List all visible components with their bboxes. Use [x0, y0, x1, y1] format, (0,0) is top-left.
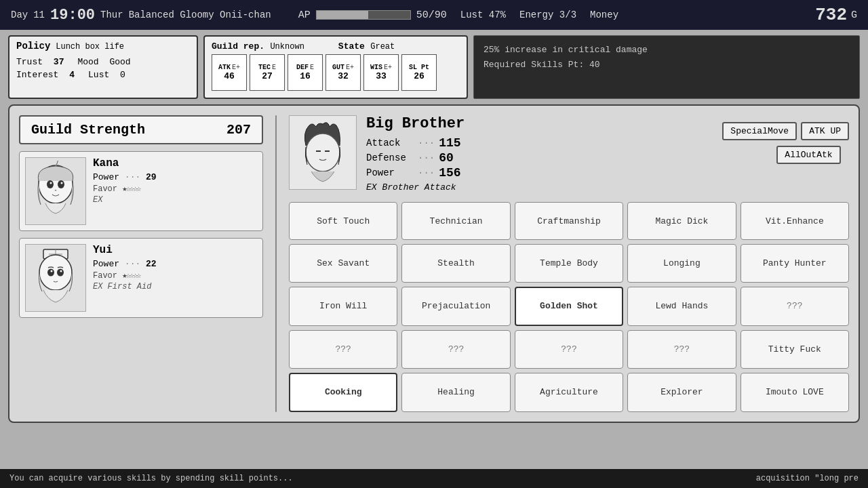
char-buttons[interactable]: SpecialMove ATK UP AllOutAtk	[722, 115, 849, 164]
bonus-line1: 25% increase in critical damage	[484, 43, 850, 58]
day-name: Thur	[100, 9, 123, 20]
bottom-bar: You can acquire various skills by spendi…	[0, 469, 868, 488]
money-block: 732 G	[815, 5, 857, 25]
stat-box-atk: ATK E+ 46	[212, 54, 247, 91]
skill-button-14[interactable]: ???	[741, 287, 849, 326]
right-panel: Big Brother Attack ··· 115 Defense ··· 6…	[289, 115, 849, 412]
yui-info: Yui Power ··· 22 Favor ★☆☆☆☆ EX First Ai…	[93, 244, 257, 291]
kana-power: Power ··· 29	[93, 172, 257, 182]
policy-panel: Policy Lunch box life Trust 37 Mood Good…	[8, 35, 198, 99]
def-row: Defense ··· 60	[366, 151, 713, 165]
guild-strength-bar: Guild Strength 207	[19, 115, 263, 144]
info-section: Policy Lunch box life Trust 37 Mood Good…	[0, 30, 868, 104]
special-move-button[interactable]: SpecialMove	[722, 122, 797, 140]
skill-button-21[interactable]: Healing	[401, 373, 510, 412]
yui-power: Power ··· 22	[93, 259, 257, 269]
stat-box-tec: TEC E 27	[250, 54, 285, 91]
svg-point-11	[51, 270, 53, 272]
char-stats: Big Brother Attack ··· 115 Defense ··· 6…	[366, 115, 713, 192]
skill-button-5[interactable]: Sex Savant	[289, 244, 397, 282]
svg-point-12	[60, 270, 62, 272]
skill-button-23[interactable]: Explorer	[627, 373, 736, 412]
kana-ex: EX	[93, 195, 257, 205]
mood-row: Mood Good	[77, 57, 130, 67]
money-label-top: Money	[590, 9, 618, 20]
money-value: 732	[815, 5, 847, 25]
kana-avatar	[25, 157, 86, 225]
svg-point-9	[47, 269, 54, 277]
svg-point-13	[306, 134, 340, 171]
pow-row: Power ··· 156	[366, 166, 713, 180]
time-block: Day 11 19:00 Thur Balanced Gloomy Onii-c…	[11, 7, 271, 24]
top-bar: Day 11 19:00 Thur Balanced Gloomy Onii-c…	[0, 0, 868, 30]
energy-stat: Energy 3/3	[519, 9, 576, 20]
bottom-right: acquisition "long pre	[756, 474, 859, 483]
guild-panel: Guild rep. Unknown State Great ATK E+ 46…	[203, 35, 468, 99]
main-section: Guild Strength 207	[8, 104, 860, 423]
ap-bar-fill	[317, 11, 368, 19]
policy-name: Lunch box life	[56, 42, 124, 52]
time: 19:00	[50, 7, 95, 24]
skill-button-24[interactable]: Imouto LOVE	[741, 373, 849, 412]
char-ex: EX Brother Attack	[366, 182, 713, 192]
money-unit: G	[851, 9, 857, 21]
skill-button-7[interactable]: Temple Body	[515, 244, 623, 282]
lust-stat: Lust 47%	[460, 9, 506, 20]
skill-button-16[interactable]: ???	[401, 330, 510, 368]
lust-row: Lust 0	[88, 70, 125, 80]
skill-button-12[interactable]: Golden Shot	[515, 287, 623, 326]
skill-button-13[interactable]: Lewd Hands	[627, 287, 736, 326]
guild-strength-val: 207	[226, 122, 251, 138]
skill-button-20[interactable]: Cooking	[289, 373, 397, 412]
skill-button-6[interactable]: Stealth	[401, 244, 510, 282]
ap-block: AP 50/90	[298, 9, 447, 21]
atk-row: Attack ··· 115	[366, 136, 713, 150]
svg-point-3	[50, 182, 52, 184]
skill-button-8[interactable]: Longing	[627, 244, 736, 282]
skill-button-22[interactable]: Agriculture	[515, 373, 623, 412]
subtitle: Balanced Gloomy Onii-chan	[129, 9, 271, 20]
member-card-yui[interactable]: Yui Power ··· 22 Favor ★☆☆☆☆ EX First Ai…	[19, 238, 263, 318]
svg-point-2	[58, 180, 64, 188]
skill-button-15[interactable]: ???	[289, 330, 397, 368]
skill-button-17[interactable]: ???	[515, 330, 623, 368]
bottom-left: You can acquire various skills by spendi…	[9, 474, 293, 483]
skill-button-11[interactable]: Prejaculation	[401, 287, 510, 326]
skill-button-0[interactable]: Soft Touch	[289, 202, 397, 240]
stat-box-wis: WIS E+ 33	[363, 54, 399, 91]
char-info: Big Brother Attack ··· 115 Defense ··· 6…	[289, 115, 849, 192]
skills-grid: Soft TouchTechnicianCraftmanshipMagic Di…	[289, 202, 849, 412]
skill-button-4[interactable]: Vit.Enhance	[741, 202, 849, 240]
stat-box-sl-pt: SL Pt 26	[401, 54, 437, 91]
skill-button-2[interactable]: Craftmanship	[515, 202, 623, 240]
bonus-panel: 25% increase in critical damage Required…	[473, 35, 860, 99]
char-portrait	[289, 115, 357, 190]
skill-button-1[interactable]: Technician	[401, 202, 510, 240]
state-val: Great	[370, 42, 395, 52]
kana-info: Kana Power ··· 29 Favor ★☆☆☆☆ EX	[93, 157, 257, 205]
rep-label: Guild rep.	[212, 41, 264, 52]
ap-label: AP	[298, 9, 311, 21]
stat-box-gut: GUT E+ 32	[326, 54, 361, 91]
kana-name: Kana	[93, 157, 257, 169]
day-label: Day	[11, 9, 28, 20]
skill-button-9[interactable]: Panty Hunter	[741, 244, 849, 282]
member-card-kana[interactable]: Kana Power ··· 29 Favor ★☆☆☆☆ EX	[19, 151, 263, 231]
char-name: Big Brother	[366, 115, 713, 132]
kana-favor: Favor ★☆☆☆☆	[93, 184, 257, 194]
vertical-divider	[275, 115, 277, 412]
yui-avatar	[25, 244, 86, 312]
skill-button-19[interactable]: Titty Fuck	[741, 330, 849, 368]
policy-title: Policy	[16, 41, 50, 52]
atk-up-button[interactable]: ATK UP	[801, 122, 849, 140]
bonus-line2: Required Skills Pt: 40	[484, 58, 850, 73]
stat-boxes: ATK E+ 46 TEC E 27 DEF E 16 GUT E+ 32	[212, 54, 460, 91]
allout-atk-button[interactable]: AllOutAtk	[776, 146, 840, 164]
yui-ex: EX First Aid	[93, 282, 257, 291]
skill-button-10[interactable]: Iron Will	[289, 287, 397, 326]
skill-button-3[interactable]: Magic Dick	[627, 202, 736, 240]
svg-point-8	[39, 255, 72, 290]
svg-point-1	[47, 180, 54, 188]
skill-button-18[interactable]: ???	[627, 330, 736, 368]
svg-point-10	[57, 269, 64, 277]
